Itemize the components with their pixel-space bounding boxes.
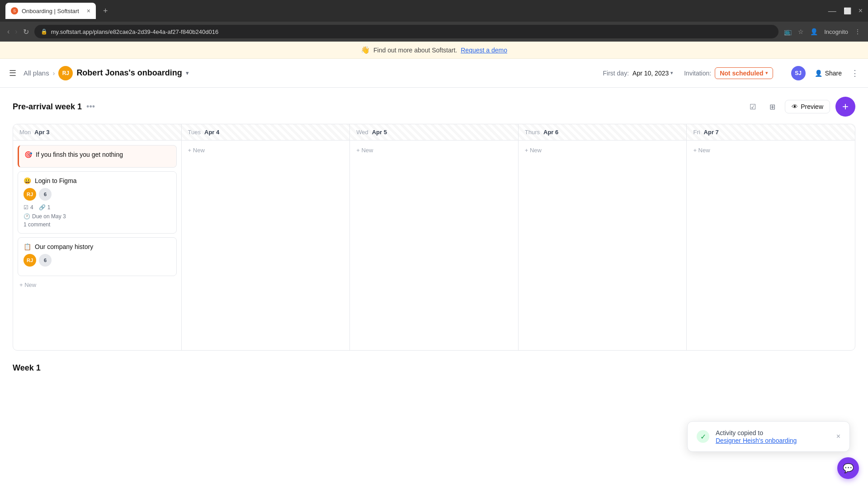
day-name-thurs: Thurs xyxy=(525,129,540,136)
add-icon: + xyxy=(842,100,849,113)
task-emoji-company: 📋 xyxy=(24,243,31,250)
task-emoji-figma: 😀 xyxy=(24,177,31,184)
url-bar[interactable]: 🔒 my.softstart.app/plans/e82cae2a-2d39-4… xyxy=(34,25,779,38)
link-icon: 🔗 xyxy=(39,204,46,211)
week-title: Week 1 xyxy=(13,363,41,372)
main-content: Pre-arrival week 1 ••• ☑ ⊞ 👁 Preview + M… xyxy=(0,88,868,382)
task-card-figma[interactable]: 😀 Login to Figma RJ 6 ☑ xyxy=(18,171,177,234)
breadcrumb: All plans › RJ Robert Jonas's onboarding… xyxy=(24,66,189,80)
header-meta: First day: Apr 10, 2023 ▾ Invitation: No… xyxy=(603,67,773,79)
toast-link[interactable]: Designer Heish's onboarding xyxy=(716,437,830,444)
first-day-caret: ▾ xyxy=(670,70,673,76)
minimize-icon[interactable]: — xyxy=(828,6,836,16)
day-name-mon: Mon xyxy=(19,129,31,136)
section-title: Pre-arrival week 1 xyxy=(13,102,82,112)
day-name-wed: Wed xyxy=(356,129,368,136)
share-button[interactable]: 👤 Share xyxy=(811,68,845,79)
link-count: 🔗 1 xyxy=(39,204,51,211)
day-header-mon: Mon Apr 3 xyxy=(13,124,181,141)
invitation-caret: ▾ xyxy=(765,70,768,76)
day-body-mon: 🎯 If you finsh this you get nothing 😀 Lo… xyxy=(13,141,181,295)
promo-link[interactable]: Request a demo xyxy=(461,47,507,54)
bookmark-icon[interactable]: ☆ xyxy=(798,28,804,35)
invitation-label: Invitation: xyxy=(684,70,711,77)
task-title-company: 📋 Our company history xyxy=(24,243,171,250)
day-body-tues: + New xyxy=(182,141,350,160)
plan-avatar: RJ xyxy=(58,66,73,80)
toast-success-icon: ✓ xyxy=(697,430,709,443)
assignee-avatar-rj: RJ xyxy=(24,188,36,201)
day-header-thurs: Thurs Apr 6 xyxy=(519,124,687,141)
plan-title: Robert Jonas's onboarding xyxy=(76,68,182,78)
all-plans-link[interactable]: All plans xyxy=(24,69,49,77)
section-tools: ☑ ⊞ 👁 Preview + xyxy=(745,97,855,117)
filter-tool-button[interactable]: ⊞ xyxy=(765,100,779,113)
toast-close-button[interactable]: × xyxy=(836,432,840,441)
new-item-fri[interactable]: + New xyxy=(691,145,850,155)
menu-icon[interactable]: ⋮ xyxy=(854,28,861,35)
task-due-figma: 🕐 Due on May 3 xyxy=(24,213,171,220)
user-avatar: SJ xyxy=(791,66,806,80)
profile-icon[interactable]: 👤 xyxy=(810,28,818,35)
section-options-button[interactable]: ••• xyxy=(86,102,95,112)
breadcrumb-separator: › xyxy=(53,70,55,77)
first-day-value[interactable]: Apr 10, 2023 ▾ xyxy=(632,70,673,77)
section-header: Pre-arrival week 1 ••• ☑ ⊞ 👁 Preview + xyxy=(13,97,855,117)
new-tab-button[interactable]: + xyxy=(99,5,112,18)
day-header-tues: Tues Apr 4 xyxy=(182,124,350,141)
maximize-icon[interactable]: ⬜ xyxy=(844,7,851,14)
assignee-avatar-rj2: RJ xyxy=(24,254,36,267)
day-date-mon: Apr 3 xyxy=(34,129,49,136)
task-title-stripe: 🎯 If you finsh this you get nothing xyxy=(24,151,171,158)
task-title-figma: 😀 Login to Figma xyxy=(24,177,171,184)
plan-dropdown-icon[interactable]: ▾ xyxy=(186,70,189,76)
lock-icon: 🔒 xyxy=(41,28,47,35)
more-options-button[interactable]: ⋮ xyxy=(851,68,859,78)
task-comment-figma: 1 comment xyxy=(24,221,171,228)
new-item-mon[interactable]: + New xyxy=(18,280,177,290)
invitation-badge[interactable]: Not scheduled ▾ xyxy=(715,67,773,79)
preview-label: Preview xyxy=(801,103,823,110)
forward-button[interactable]: › xyxy=(15,28,17,36)
calendar-day-mon: Mon Apr 3 🎯 If you finsh this you get no… xyxy=(13,124,182,350)
week-section: Week 1 xyxy=(13,363,855,373)
close-window-icon[interactable]: × xyxy=(859,7,863,15)
hamburger-button[interactable]: ☰ xyxy=(9,68,16,78)
new-item-thurs[interactable]: + New xyxy=(523,145,682,155)
chat-icon: 💬 xyxy=(843,463,854,474)
day-body-wed: + New xyxy=(350,141,518,160)
header-actions: SJ 👤 Share ⋮ xyxy=(791,66,859,80)
clock-icon: 🕐 xyxy=(24,213,30,220)
share-label: Share xyxy=(825,70,842,77)
new-item-tues[interactable]: + New xyxy=(186,145,345,155)
preview-button[interactable]: 👁 Preview xyxy=(785,100,830,113)
browser-tab[interactable]: S Onboarding | Softstart × xyxy=(5,3,96,19)
day-name-tues: Tues xyxy=(188,129,201,136)
day-body-fri: + New xyxy=(687,141,855,160)
task-meta-figma: ☑ 4 🔗 1 xyxy=(24,204,171,211)
add-button[interactable]: + xyxy=(835,97,855,117)
task-card-stripe[interactable]: 🎯 If you finsh this you get nothing xyxy=(18,145,177,168)
back-button[interactable]: ‹ xyxy=(7,28,9,36)
app-header: ☰ All plans › RJ Robert Jonas's onboardi… xyxy=(0,59,868,88)
chat-bubble-button[interactable]: 💬 xyxy=(837,457,859,479)
url-text: my.softstart.app/plans/e82cae2a-2d39-4e4… xyxy=(51,28,219,35)
calendar-day-fri: Fri Apr 7 + New xyxy=(687,124,855,350)
refresh-button[interactable]: ↻ xyxy=(23,28,29,36)
browser-chrome: S Onboarding | Softstart × + — ⬜ × xyxy=(0,0,868,22)
day-date-thurs: Apr 6 xyxy=(543,129,558,136)
promo-emoji: 👋 xyxy=(361,46,370,54)
promo-banner: 👋 Find out more about Softstart. Request… xyxy=(0,42,868,59)
day-date-wed: Apr 5 xyxy=(372,129,387,136)
incognito-label: Incognito xyxy=(824,28,848,35)
assignee-count-company: 6 xyxy=(39,254,52,267)
tab-close-icon[interactable]: × xyxy=(87,7,90,14)
new-item-wed[interactable]: + New xyxy=(354,145,514,155)
task-card-company[interactable]: 📋 Our company history RJ 6 xyxy=(18,237,177,276)
task-emoji-stripe: 🎯 xyxy=(24,151,32,158)
checklist-tool-button[interactable]: ☑ xyxy=(745,100,760,113)
cast-icon[interactable]: 📺 xyxy=(784,28,792,35)
checklist-count: ☑ 4 xyxy=(24,204,33,211)
url-bar-row: ‹ › ↻ 🔒 my.softstart.app/plans/e82cae2a-… xyxy=(0,22,868,42)
assignee-count-figma: 6 xyxy=(39,188,52,201)
